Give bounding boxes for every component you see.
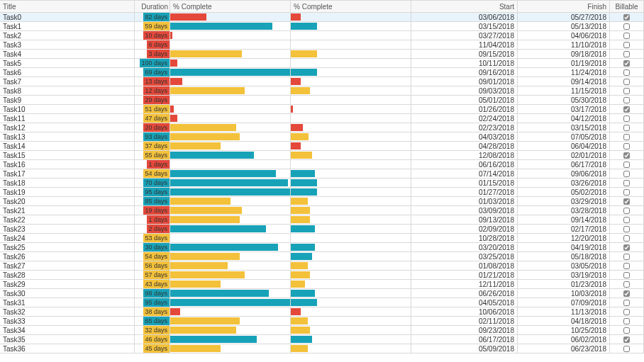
cell-billable[interactable] <box>610 197 644 205</box>
cell-duration[interactable]: 46 days <box>135 335 170 344</box>
table-row[interactable]: Task082 days03/06/201805/27/2018 <box>0 13 644 22</box>
cell-percent-1[interactable] <box>170 40 291 49</box>
cell-duration[interactable]: 19 days <box>135 206 170 215</box>
cell-start[interactable]: 04/03/2018 <box>411 132 518 141</box>
cell-percent-2[interactable] <box>291 307 411 316</box>
table-row[interactable]: Task161 days06/16/201806/17/2018 <box>0 160 644 169</box>
billable-checkbox[interactable] <box>623 318 630 324</box>
cell-percent-1[interactable] <box>170 225 291 233</box>
cell-finish[interactable]: 03/15/2018 <box>518 123 610 132</box>
cell-finish[interactable]: 10/25/2018 <box>518 326 610 334</box>
cell-duration[interactable]: 45 days <box>135 344 170 353</box>
cell-duration[interactable]: 54 days <box>135 169 170 178</box>
cell-percent-1[interactable] <box>170 188 291 196</box>
table-row[interactable]: Task3098 days06/26/201810/03/2018 <box>0 289 644 298</box>
cell-start[interactable]: 09/23/2018 <box>411 326 518 334</box>
cell-start[interactable]: 09/16/2018 <box>411 68 518 77</box>
cell-title[interactable]: Task22 <box>0 215 135 224</box>
table-row[interactable]: Task2756 days01/08/201803/05/2018 <box>0 261 644 271</box>
cell-billable[interactable] <box>610 344 644 353</box>
billable-checkbox[interactable] <box>623 143 630 149</box>
cell-start[interactable]: 12/11/2018 <box>411 280 518 288</box>
cell-billable[interactable] <box>610 179 644 187</box>
cell-title[interactable]: Task30 <box>0 289 135 298</box>
cell-start[interactable]: 03/09/2018 <box>411 206 518 215</box>
cell-percent-2[interactable] <box>291 40 411 49</box>
billable-checkbox[interactable] <box>623 327 630 334</box>
cell-percent-2[interactable] <box>291 317 411 325</box>
cell-duration[interactable]: 10 days <box>135 31 170 40</box>
cell-billable[interactable] <box>610 105 644 113</box>
cell-percent-2[interactable] <box>291 169 411 178</box>
billable-checkbox[interactable] <box>623 69 630 76</box>
cell-start[interactable]: 04/28/2018 <box>411 142 518 150</box>
table-row[interactable]: Task2943 days12/11/201801/23/2018 <box>0 280 644 289</box>
billable-checkbox[interactable] <box>623 106 630 113</box>
cell-billable[interactable] <box>610 169 644 178</box>
cell-billable[interactable] <box>610 289 644 298</box>
cell-finish[interactable]: 07/05/2018 <box>518 132 610 141</box>
cell-percent-2[interactable] <box>291 252 411 261</box>
table-row[interactable]: Task1995 days01/27/201805/02/2018 <box>0 188 644 197</box>
cell-percent-2[interactable] <box>291 271 411 279</box>
cell-percent-1[interactable] <box>170 298 291 307</box>
cell-percent-2[interactable] <box>291 298 411 307</box>
cell-start[interactable]: 02/09/2018 <box>411 225 518 233</box>
cell-start[interactable]: 09/13/2018 <box>411 215 518 224</box>
cell-finish[interactable]: 03/05/2018 <box>518 261 610 270</box>
cell-percent-2[interactable] <box>291 188 411 196</box>
cell-billable[interactable] <box>610 132 644 141</box>
cell-duration[interactable]: 54 days <box>135 252 170 261</box>
cell-finish[interactable]: 09/06/2018 <box>518 169 610 178</box>
billable-checkbox[interactable] <box>623 272 630 278</box>
col-duration[interactable]: Duration <box>135 1 170 12</box>
cell-start[interactable]: 06/17/2018 <box>411 335 518 344</box>
cell-title[interactable]: Task19 <box>0 188 135 196</box>
cell-finish[interactable]: 11/13/2018 <box>518 307 610 316</box>
cell-finish[interactable]: 02/01/2018 <box>518 151 610 159</box>
cell-percent-2[interactable] <box>291 31 411 40</box>
cell-percent-2[interactable] <box>291 261 411 270</box>
cell-start[interactable]: 02/23/2018 <box>411 123 518 132</box>
cell-percent-2[interactable] <box>291 197 411 205</box>
cell-percent-2[interactable] <box>291 289 411 298</box>
cell-percent-1[interactable] <box>170 261 291 270</box>
cell-title[interactable]: Task7 <box>0 77 135 86</box>
billable-checkbox[interactable] <box>623 79 630 85</box>
cell-percent-1[interactable] <box>170 344 291 353</box>
cell-duration[interactable]: 95 days <box>135 298 170 307</box>
table-row[interactable]: Task43 days09/15/201809/18/2018 <box>0 50 644 59</box>
billable-checkbox[interactable] <box>623 309 630 315</box>
billable-checkbox[interactable] <box>623 226 630 232</box>
cell-title[interactable]: Task28 <box>0 271 135 279</box>
cell-title[interactable]: Task26 <box>0 252 135 261</box>
billable-checkbox[interactable] <box>623 51 630 57</box>
cell-percent-2[interactable] <box>291 50 411 58</box>
cell-start[interactable]: 03/06/2018 <box>411 13 518 21</box>
cell-duration[interactable]: 2 days <box>135 225 170 233</box>
cell-duration[interactable]: 6 days <box>135 40 170 49</box>
cell-percent-2[interactable] <box>291 335 411 344</box>
cell-percent-1[interactable] <box>170 50 291 58</box>
cell-finish[interactable]: 05/13/2018 <box>518 22 610 30</box>
cell-percent-2[interactable] <box>291 280 411 288</box>
col-finish[interactable]: Finish <box>518 1 610 12</box>
cell-duration[interactable]: 12 days <box>135 86 170 95</box>
cell-title[interactable]: Task24 <box>0 234 135 242</box>
table-row[interactable]: Task2857 days01/21/201803/19/2018 <box>0 271 644 280</box>
cell-percent-2[interactable] <box>291 142 411 150</box>
cell-title[interactable]: Task13 <box>0 132 135 141</box>
cell-percent-1[interactable] <box>170 22 291 30</box>
cell-title[interactable]: Task27 <box>0 261 135 270</box>
cell-start[interactable]: 10/11/2018 <box>411 59 518 67</box>
billable-checkbox[interactable] <box>623 290 630 297</box>
cell-title[interactable]: Task20 <box>0 197 135 205</box>
col-billable[interactable]: Billable <box>610 1 644 12</box>
cell-finish[interactable]: 06/04/2018 <box>518 142 610 150</box>
billable-checkbox[interactable] <box>623 180 630 186</box>
table-row[interactable]: Task812 days09/03/201811/15/2018 <box>0 86 644 96</box>
cell-finish[interactable]: 01/23/2018 <box>518 280 610 288</box>
cell-start[interactable]: 03/15/2018 <box>411 22 518 30</box>
billable-checkbox[interactable] <box>623 281 630 288</box>
cell-finish[interactable]: 03/28/2018 <box>518 206 610 215</box>
